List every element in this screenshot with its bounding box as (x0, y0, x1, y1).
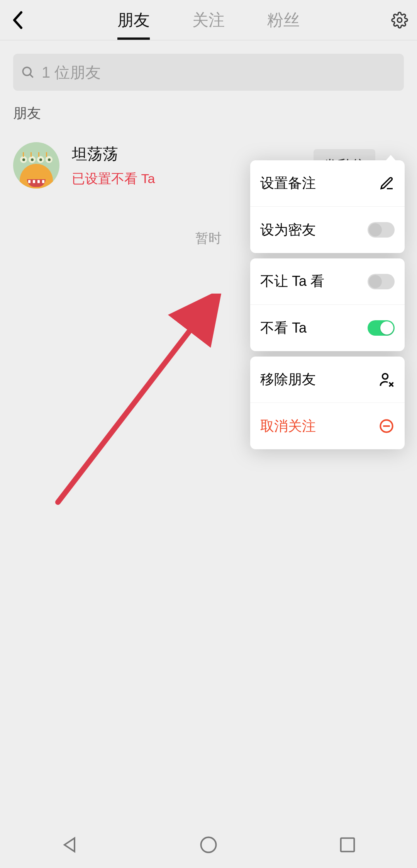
nav-home-icon[interactable] (198, 835, 219, 855)
annotation-arrow (50, 294, 228, 510)
tab-following[interactable]: 关注 (192, 0, 225, 40)
system-nav (0, 822, 417, 868)
header-tabs: 朋友 关注 粉丝 (35, 0, 382, 40)
close-friend-toggle[interactable] (368, 222, 395, 238)
search-icon (21, 65, 35, 79)
chevron-left-icon (12, 11, 23, 29)
tab-friends[interactable]: 朋友 (117, 0, 150, 40)
svg-point-3 (383, 374, 388, 379)
svg-point-11 (201, 837, 216, 853)
friend-popup-menu: 设置备注 设为密友 不让 Ta 看 不看 Ta 移除朋友 取 (250, 160, 405, 455)
menu-set-remark[interactable]: 设置备注 (250, 160, 405, 207)
avatar[interactable] (13, 142, 59, 189)
header: 朋友 关注 粉丝 (0, 0, 417, 41)
back-button[interactable] (0, 11, 35, 29)
section-friends-label: 朋友 (13, 104, 404, 123)
search-placeholder: 1 位朋友 (42, 62, 101, 83)
search-input[interactable]: 1 位朋友 (13, 54, 404, 91)
menu-block-see-me[interactable]: 不让 Ta 看 (250, 258, 405, 305)
tab-followers[interactable]: 粉丝 (267, 0, 300, 40)
svg-marker-10 (64, 838, 75, 852)
user-remove-icon (378, 372, 395, 388)
settings-button[interactable] (382, 12, 417, 29)
nav-back-icon[interactable] (59, 835, 80, 855)
svg-rect-12 (341, 838, 354, 852)
svg-point-0 (397, 18, 402, 22)
nav-recent-icon[interactable] (337, 835, 358, 855)
menu-close-friend[interactable]: 设为密友 (250, 207, 405, 253)
svg-point-1 (23, 67, 31, 75)
menu-unfollow[interactable]: 取消关注 (250, 403, 405, 449)
menu-remove-friend[interactable]: 移除朋友 (250, 357, 405, 403)
avatar-monster-icon (20, 164, 53, 189)
block-see-me-toggle[interactable] (368, 274, 395, 289)
not-see-toggle[interactable] (368, 320, 395, 336)
edit-icon (379, 176, 395, 191)
gear-icon (391, 12, 408, 29)
minus-circle-icon (378, 418, 395, 434)
svg-line-9 (58, 301, 212, 502)
search-wrap: 1 位朋友 (0, 41, 417, 104)
svg-line-2 (30, 75, 33, 78)
menu-not-see[interactable]: 不看 Ta (250, 305, 405, 351)
